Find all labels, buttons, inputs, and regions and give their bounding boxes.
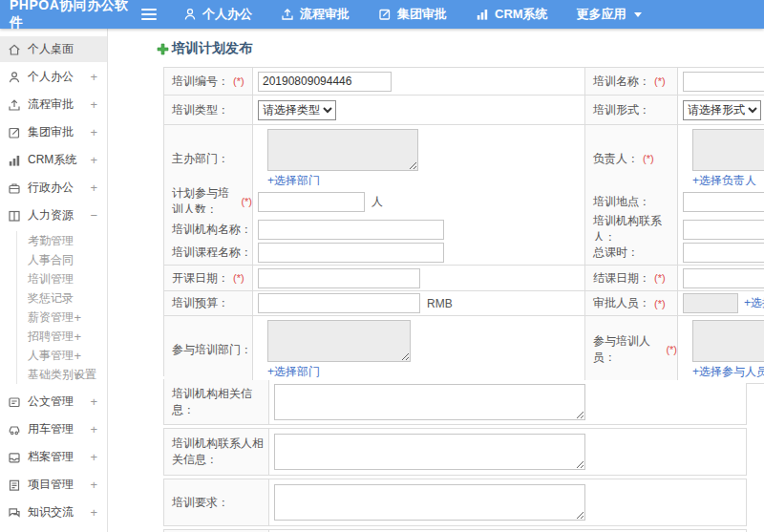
leader-textarea[interactable] [692, 129, 764, 171]
approver-input[interactable] [683, 293, 738, 313]
label-host-dept: 主办部门： [164, 125, 253, 193]
label-course-name: 培训课程名称： [164, 241, 253, 266]
sidebar-subitem-attendance[interactable]: 考勤管理 [17, 231, 107, 250]
label-end-date: 结课日期：(*) [585, 266, 678, 291]
main-content: 培训计划发布 培训编号：(*) 培训名称：(*) 培训类型： 请选择类型 培训形… [108, 29, 764, 532]
app-logo: PHPOA协同办公软件 [0, 0, 141, 32]
sidebar-subitem-salary[interactable]: 薪资管理 + [17, 308, 107, 327]
bar-chart-icon [476, 8, 489, 21]
label-training-type: 培训类型： [164, 96, 253, 125]
car-icon [8, 423, 21, 436]
sidebar-subitem-personnel[interactable]: 人事管理 + [17, 346, 107, 365]
training-form-table: 培训编号：(*) 培训名称：(*) 培训类型： 请选择类型 培训形式： 请选择形… [163, 67, 764, 376]
nav-item-group-approval[interactable]: 集团审批 [378, 6, 447, 23]
host-dept-textarea[interactable] [267, 129, 418, 171]
org-name-input[interactable] [258, 220, 444, 240]
sidebar-subitem-training[interactable]: 培训管理 [17, 269, 107, 288]
total-hours-input[interactable] [683, 243, 764, 263]
sidebar-item-group-approval[interactable]: 集团审批 + [0, 119, 107, 145]
join-dept-textarea[interactable] [267, 320, 411, 362]
nav-item-workflow-approval[interactable]: 流程审批 [281, 6, 350, 23]
training-place-input[interactable] [683, 192, 764, 212]
briefcase-icon [8, 181, 21, 195]
plus-icon [157, 43, 169, 55]
training-type-select[interactable]: 请选择类型 [258, 100, 336, 120]
nav-item-more-apps[interactable]: 更多应用 [577, 6, 642, 23]
label-contact-info: 培训机构联系人相关信息： [164, 429, 269, 475]
sidebar-item-personal-office[interactable]: 个人办公 + [0, 64, 107, 90]
contact-info-textarea[interactable] [274, 434, 585, 470]
budget-input[interactable] [258, 293, 420, 313]
sidebar: 个人桌面 个人办公 + 流程审批 + 集团审批 + CRM系统 + 行政办公 + [0, 29, 108, 532]
sidebar-item-personal-desktop[interactable]: 个人桌面 [0, 36, 107, 62]
label-budget: 培训预算： [164, 291, 253, 316]
select-approver-link[interactable]: +选择审批人员 [744, 295, 764, 311]
course-name-input[interactable] [258, 243, 444, 263]
document-icon [8, 395, 21, 409]
contact-info-row: 培训机构联系人相关信息： [163, 428, 747, 476]
sidebar-subitem-hr-contract[interactable]: 人事合同 [17, 250, 107, 269]
sidebar-item-admin-office[interactable]: 行政办公 + [0, 175, 107, 201]
label-requirement: 培训要求： [164, 479, 269, 525]
label-start-date: 开课日期：(*) [164, 266, 253, 291]
archive-icon [8, 451, 21, 464]
label-participants: 参与培训人员：(*) [585, 316, 678, 384]
org-contact-input[interactable] [683, 220, 764, 240]
sidebar-item-vehicles[interactable]: 用车管理 + [0, 416, 107, 442]
home-icon [8, 43, 21, 56]
chat-icon [8, 506, 21, 520]
planned-count-input[interactable] [258, 192, 365, 212]
caret-down-icon [634, 12, 642, 17]
label-approver: 审批人员：(*) [585, 291, 678, 316]
book-icon [8, 209, 21, 223]
sidebar-item-archives[interactable]: 档案管理 + [0, 444, 107, 470]
upload-icon [281, 8, 294, 21]
user-icon [183, 8, 197, 21]
sidebar-item-documents[interactable]: 公文管理 + [0, 389, 107, 415]
edit-icon [378, 8, 392, 21]
top-nav: 个人办公 流程审批 集团审批 CRM系统 更多应用 [183, 6, 642, 23]
upload-icon [8, 98, 21, 112]
label-leader: 负责人：(*) [585, 125, 678, 193]
sidebar-hr-submenu: 考勤管理 人事合同 培训管理 奖惩记录 薪资管理 + 招聘管理 + [16, 231, 107, 384]
sidebar-subitem-recruit[interactable]: 招聘管理 + [17, 327, 107, 346]
sidebar-subitem-rewards[interactable]: 奖惩记录 [17, 288, 107, 308]
requirement-row: 培训要求： [163, 479, 747, 526]
clipboard-icon [8, 479, 21, 492]
label-training-form: 培训形式： [585, 96, 678, 125]
sidebar-item-workflow-approval[interactable]: 流程审批 + [0, 92, 107, 117]
start-date-input[interactable] [258, 268, 420, 288]
training-number-input[interactable] [258, 72, 392, 92]
select-participants-link[interactable]: +选择参与人员 [692, 364, 764, 380]
select-join-dept-link[interactable]: +选择部门 [267, 364, 320, 380]
label-org-info: 培训机构相关信息： [164, 380, 269, 424]
sidebar-item-knowledge[interactable]: 知识交流 + [0, 500, 107, 525]
user-icon [8, 71, 21, 84]
participants-textarea[interactable] [692, 320, 764, 362]
bar-chart-icon [8, 154, 21, 167]
page-title: 培训计划发布 [157, 40, 764, 57]
label-training-name: 培训名称：(*) [585, 68, 678, 96]
org-info-row: 培训机构相关信息： [163, 379, 747, 425]
label-total-hours: 总课时： [585, 241, 678, 266]
label-training-number: 培训编号：(*) [164, 68, 253, 96]
sidebar-item-crm[interactable]: CRM系统 + [0, 147, 107, 173]
topbar: PHPOA协同办公软件 个人办公 流程审批 集团审批 CRM系统 更多应用 [0, 0, 764, 29]
end-date-input[interactable] [683, 268, 764, 288]
nav-item-personal-office[interactable]: 个人办公 [183, 6, 252, 23]
nav-item-crm[interactable]: CRM系统 [476, 6, 548, 23]
requirement-textarea[interactable] [274, 484, 585, 521]
sidebar-item-projects[interactable]: 项目管理 + [0, 472, 107, 498]
training-form-select[interactable]: 请选择形式 [683, 100, 761, 120]
menu-toggle-icon[interactable] [141, 9, 157, 20]
org-info-textarea[interactable] [274, 384, 585, 420]
training-name-input[interactable] [683, 72, 764, 92]
label-join-dept: 参与培训部门： [164, 316, 253, 384]
sidebar-item-hr[interactable]: 人力资源 − [0, 202, 107, 228]
edit-icon [8, 126, 21, 139]
sidebar-subitem-base-category[interactable]: 基础类别设置 + [17, 365, 107, 384]
